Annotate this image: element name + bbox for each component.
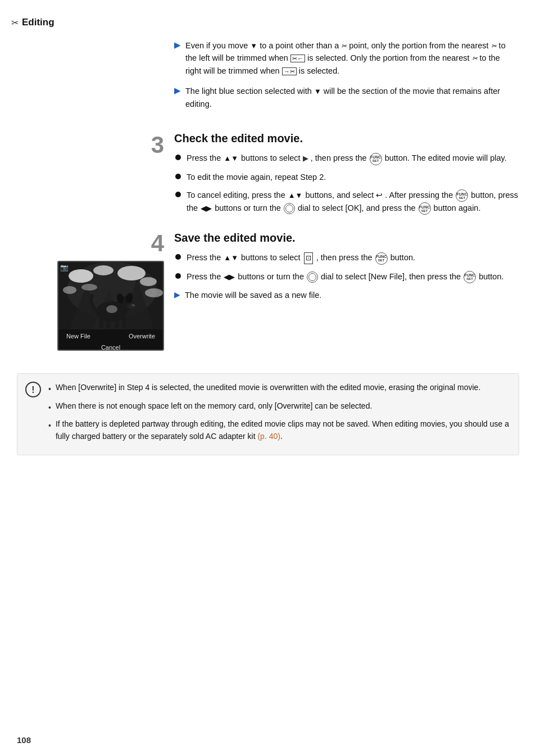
note-bullet-1: •: [48, 383, 51, 395]
svg-point-6: [93, 265, 113, 275]
svg-point-16: [127, 304, 136, 309]
svg-rect-19: [106, 319, 111, 328]
camera-bottom-bar: New FileOverwriteCancel: [58, 329, 163, 351]
func-set-icon-4: FUNCSET: [375, 252, 388, 265]
func-set-icon-2: FUNCSET: [456, 189, 468, 202]
step4-section: 4: [17, 232, 519, 351]
arrows-icon-2: ▲▼: [288, 191, 303, 200]
svg-rect-20: [115, 319, 119, 328]
play-icon: ▶: [303, 154, 308, 162]
svg-point-17: [131, 304, 135, 306]
step4-bullet-1-text: Press the ▲▼ buttons to select ⊡ , then …: [187, 251, 415, 264]
note-3-text: If the battery is depleted partway throu…: [56, 418, 510, 442]
intro-bullet-1: ▶ Even if you move ▼ to a point other th…: [174, 39, 511, 77]
svg-point-10: [145, 288, 163, 297]
new-file-button[interactable]: New File: [63, 332, 94, 341]
notes-box: ! • When [Overwrite] in Step 4 is select…: [17, 373, 519, 455]
func-set-icon-1: FUNCSET: [370, 153, 382, 165]
step4-title: Save the edited movie.: [174, 232, 519, 245]
note-bullet-3: •: [48, 419, 51, 432]
svg-point-22: [106, 305, 117, 313]
bullet-dot-2: [175, 174, 181, 179]
step3-section: 3 Check the edited movie. Press the ▲▼ b…: [17, 132, 519, 220]
note-1: • When [Overwrite] in Step 4 is selected…: [48, 382, 510, 395]
step3-bullet-3-text: To cancel editing, press the ▲▼ buttons,…: [187, 189, 519, 215]
svg-point-11: [81, 284, 97, 291]
step3-bullet-3: To cancel editing, press the ▲▼ buttons,…: [174, 189, 519, 215]
step3-number: 3: [151, 133, 164, 157]
note-3: • If the battery is depleted partway thr…: [48, 418, 510, 442]
page-title: Editing: [22, 17, 54, 28]
svg-point-9: [63, 286, 76, 294]
scene-svg: [58, 262, 163, 329]
step3-bullet-1: Press the ▲▼ buttons to select ▶ , then …: [174, 152, 519, 165]
main-content: ▶ Even if you move ▼ to a point other th…: [0, 39, 536, 467]
svg-rect-21: [122, 318, 126, 328]
intro-bullet-1-text: Even if you move ▼ to a point other than…: [185, 39, 511, 77]
bullet-dot-4: [175, 254, 181, 260]
func-set-icon-5: FUNCSET: [464, 271, 476, 283]
step4-arrow-item: ▶ The movie will be saved as a new file.: [174, 289, 519, 301]
arrows-icon: ▲▼: [224, 154, 238, 162]
svg-rect-18: [99, 318, 103, 328]
note-2-text: When there is not enough space left on t…: [56, 400, 372, 413]
bullet-dot-3: [175, 192, 181, 197]
dial-icon: [284, 203, 295, 214]
page-number: 108: [17, 735, 31, 745]
caution-icon: !: [25, 382, 41, 397]
page-container: ✂ Editing ▶ Even if you move ▼ to a poin…: [0, 0, 536, 756]
arrow-icon-3: ▶: [174, 290, 180, 299]
svg-point-5: [69, 269, 93, 283]
link-ref[interactable]: (p. 40): [257, 432, 280, 441]
camera-image: 📷 New FileOverwriteCancel: [57, 261, 164, 351]
camera-icon-top-left: 📷: [60, 264, 69, 271]
camera-image-inner: 📷: [58, 262, 163, 329]
save-icon: ⊡: [304, 252, 313, 264]
svg-point-8: [140, 277, 157, 286]
lr-icon-2: ◀▶: [224, 273, 235, 281]
svg-point-7: [117, 266, 146, 280]
step4-arrow-text: The movie will be saved as a new file.: [185, 289, 321, 301]
step4-bullet-2-text: Press the ◀▶ buttons or turn the dial to…: [187, 270, 504, 283]
step4-bullet-2: Press the ◀▶ buttons or turn the dial to…: [174, 270, 519, 283]
scissors-icon: ✂: [11, 17, 19, 28]
arrow-icon-1: ▶: [174, 40, 181, 50]
note-1-text: When [Overwrite] in Step 4 is selected, …: [56, 382, 480, 394]
step3-bullet-2-text: To edit the movie again, repeat Step 2.: [187, 171, 326, 183]
step4-number: 4: [151, 232, 164, 255]
bullet-dot-1: [175, 155, 181, 160]
step3-number-col: 3: [17, 132, 174, 220]
arrow-icon-2: ▶: [174, 85, 181, 96]
cancel-button[interactable]: Cancel: [98, 343, 124, 351]
step3-bullet-1-text: Press the ▲▼ buttons to select ▶ , then …: [187, 152, 507, 165]
header-bar: ✂ Editing: [0, 11, 536, 34]
step3-title: Check the edited movie.: [174, 132, 519, 145]
arrows-icon-3: ▲▼: [224, 253, 238, 262]
lr-icon: ◀▶: [201, 204, 212, 212]
note-bullet-2: •: [48, 401, 51, 414]
bullet-dot-5: [175, 273, 181, 279]
step3-bullet-2: To edit the movie again, repeat Step 2.: [174, 171, 519, 183]
overwrite-button[interactable]: Overwrite: [125, 332, 158, 341]
note-2: • When there is not enough space left on…: [48, 400, 510, 414]
intro-bullet-2: ▶ The light blue section selected with ▼…: [174, 85, 511, 110]
step3-content: Check the edited movie. Press the ▲▼ but…: [174, 132, 519, 220]
step4-left-col: 4: [17, 232, 174, 351]
intro-bullets: ▶ Even if you move ▼ to a point other th…: [174, 39, 511, 118]
intro-bullet-2-text: The light blue section selected with ▼ w…: [185, 85, 511, 110]
func-set-icon-3: FUNCSET: [419, 202, 431, 215]
step4-bullet-1: Press the ▲▼ buttons to select ⊡ , then …: [174, 251, 519, 264]
dial-icon-2: [307, 271, 318, 283]
step4-content: Save the edited movie. Press the ▲▼ butt…: [174, 232, 519, 351]
